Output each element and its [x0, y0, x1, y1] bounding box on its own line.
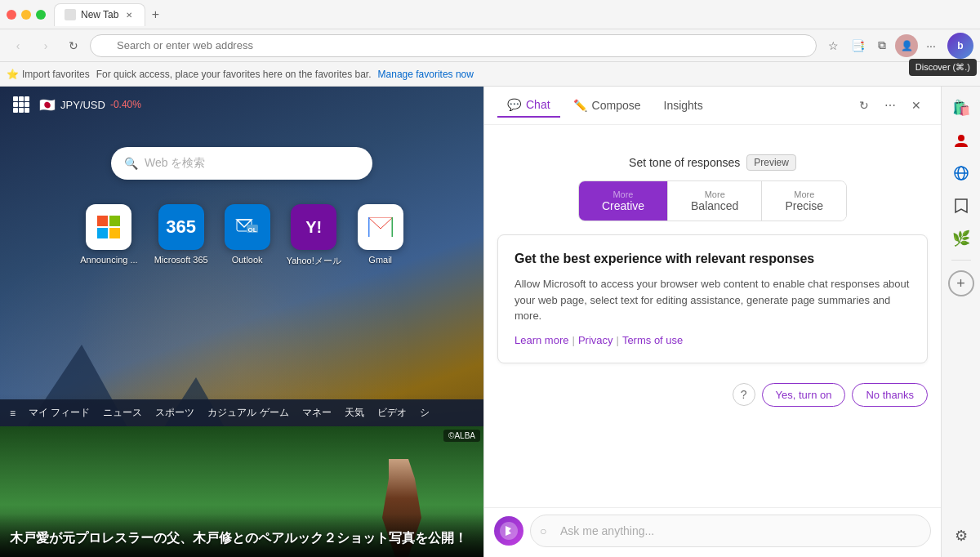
tone-balanced-more: More: [705, 189, 725, 199]
news-nav-myfeed[interactable]: マイ フィード: [29, 406, 90, 420]
news-nav: ≡ マイ フィード ニュース スポーツ カジュアル ゲーム マネー 天気 ビデオ…: [0, 399, 483, 426]
svg-text:OL: OL: [247, 226, 256, 234]
no-thanks-button[interactable]: No thanks: [852, 383, 928, 407]
app-icon-outlook[interactable]: OL Outlook: [225, 204, 270, 267]
news-nav-money[interactable]: マネー: [302, 406, 332, 420]
news-nav-weather[interactable]: 天気: [345, 406, 364, 420]
tab-chat-label: Chat: [526, 98, 550, 111]
minimize-button[interactable]: [21, 10, 31, 20]
bing-logo-svg: [500, 522, 518, 540]
preview-badge: Preview: [746, 154, 796, 171]
refresh-button[interactable]: ↻: [853, 94, 875, 117]
svg-point-13: [958, 135, 964, 141]
terms-link[interactable]: Terms of use: [622, 334, 683, 346]
manage-favorites-link[interactable]: Manage favorites now: [378, 69, 474, 80]
reload-button[interactable]: ↻: [62, 34, 85, 57]
tab-chat[interactable]: 💬 Chat: [497, 93, 560, 118]
news-nav-video[interactable]: ビデオ: [377, 406, 407, 420]
app-icon-box-m365: 365: [158, 204, 204, 250]
news-card[interactable]: ©ALBA 木戸愛が元プロレスラーの父、木戸修とのペアルック２ショット写真を公開…: [0, 426, 483, 557]
sidebar-leaf-icon[interactable]: 🌿: [947, 224, 976, 253]
app-label-m365: Microsoft 365: [154, 255, 208, 265]
privacy-link[interactable]: Privacy: [578, 334, 613, 346]
app-icon-gmail[interactable]: Gmail: [358, 204, 403, 267]
news-nav-menu[interactable]: ≡: [10, 408, 16, 419]
tab-insights-label: Insights: [664, 99, 703, 112]
collections-icon[interactable]: ⧉: [871, 34, 893, 57]
app-icon-box-microsoft: [86, 204, 131, 250]
settings-more-button[interactable]: ···: [920, 34, 942, 57]
tone-buttons: More Creative More Balanced More Precise: [578, 180, 847, 221]
news-card-overlay: 木戸愛が元プロレスラーの父、木戸修とのペアルック２ショット写真を公開！: [0, 514, 483, 557]
news-nav-news[interactable]: ニュース: [103, 406, 142, 420]
permission-actions: ? Yes, turn on No thanks: [497, 377, 928, 413]
tab-compose-label: Compose: [592, 99, 641, 112]
apps-grid-icon[interactable]: [10, 93, 33, 116]
bing-button[interactable]: b: [947, 33, 973, 59]
chat-input[interactable]: [530, 515, 931, 547]
new-tab-header: 🇯🇵 JPY/USD -0.40%: [0, 87, 483, 123]
yes-turn-on-button[interactable]: Yes, turn on: [762, 383, 846, 407]
learn-more-link[interactable]: Learn more: [514, 334, 568, 346]
close-button[interactable]: [7, 10, 16, 20]
tone-balanced-button[interactable]: More Balanced: [668, 181, 762, 221]
currency-widget[interactable]: 🇯🇵 JPY/USD -0.40%: [39, 97, 141, 113]
help-icon[interactable]: ?: [733, 383, 755, 406]
search-placeholder: Web を検索: [145, 156, 205, 171]
permission-title: Get the best experience with relevant re…: [514, 252, 911, 266]
sidebar-settings-button[interactable]: ⚙: [947, 521, 976, 550]
panel-header: 💬 Chat ✏️ Compose Insights ↻ ⋯ ✕: [484, 87, 941, 125]
search-bar[interactable]: 🔍 Web を検索: [111, 147, 372, 180]
person-svg: [953, 132, 969, 149]
tab-close-button[interactable]: ✕: [123, 9, 135, 20]
globe-svg: [953, 165, 969, 181]
news-nav-games[interactable]: カジュアル ゲーム: [207, 406, 288, 420]
news-nav-more[interactable]: シ: [420, 406, 430, 420]
active-tab[interactable]: New Tab ✕: [54, 3, 145, 26]
svg-rect-2: [97, 228, 108, 238]
back-button[interactable]: ‹: [7, 34, 29, 57]
svg-rect-0: [97, 216, 108, 226]
discover-tooltip: Discover (⌘.): [909, 59, 977, 76]
currency-pair: JPY/USD: [60, 99, 105, 111]
sidebar-person-icon[interactable]: [947, 126, 976, 155]
more-options-button[interactable]: ⋯: [879, 94, 902, 117]
app-icon-announcing[interactable]: Announcing ...: [80, 204, 137, 267]
app-label-yahoo: Yahoo!メール: [287, 255, 341, 267]
currency-change: -0.40%: [110, 99, 141, 110]
tone-label-text: Set tone of responses: [629, 156, 740, 169]
tab-compose[interactable]: ✏️ Compose: [564, 94, 651, 117]
compose-tab-icon: ✏️: [573, 99, 587, 112]
tone-creative-button[interactable]: More Creative: [579, 181, 668, 221]
forward-button[interactable]: ›: [34, 34, 57, 57]
sidebar-shopping-icon[interactable]: 🛍️: [947, 93, 976, 123]
tab-insights[interactable]: Insights: [654, 94, 713, 117]
app-icon-box-yahoo: Y!: [291, 204, 336, 250]
app-icon-m365[interactable]: 365 Microsoft 365: [154, 204, 208, 267]
quick-access-text: For quick access, place your favorites h…: [96, 69, 372, 80]
app-icon-yahoo[interactable]: Y! Yahoo!メール: [287, 204, 341, 267]
address-input[interactable]: [90, 34, 817, 57]
chat-input-wrapper: ○: [530, 515, 931, 547]
sidebar-globe-icon[interactable]: [947, 158, 976, 188]
panel-content: Set tone of responses Preview More Creat…: [484, 125, 941, 507]
sidebar-bookmark-icon[interactable]: [947, 191, 976, 221]
favorites-icon[interactable]: ☆: [822, 34, 844, 57]
tone-precise-button[interactable]: More Precise: [762, 181, 846, 221]
profile-button[interactable]: 👤: [895, 34, 918, 57]
separator-1: |: [572, 334, 574, 346]
favorites-add-icon[interactable]: 📑: [846, 34, 869, 57]
svg-rect-3: [109, 228, 120, 238]
favorites-bar: ⭐ Import favorites For quick access, pla…: [0, 62, 980, 87]
tone-balanced-name: Balanced: [691, 199, 738, 212]
new-tab-button[interactable]: +: [145, 5, 165, 25]
tone-label: Set tone of responses Preview: [629, 154, 796, 171]
window-controls: [7, 10, 46, 20]
close-panel-button[interactable]: ✕: [905, 94, 928, 117]
tone-section: Set tone of responses Preview More Creat…: [497, 138, 928, 221]
tone-creative-name: Creative: [602, 199, 644, 212]
search-container: 🔍 Web を検索: [0, 123, 483, 196]
news-nav-sports[interactable]: スポーツ: [155, 406, 194, 420]
maximize-button[interactable]: [36, 10, 46, 20]
sidebar-add-button[interactable]: +: [948, 270, 974, 296]
